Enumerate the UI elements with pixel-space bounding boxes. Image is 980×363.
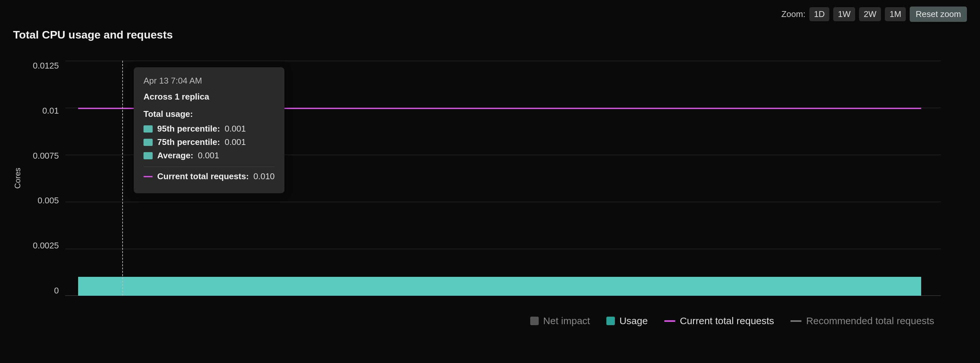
tooltip-row: Current total requests: 0.010 — [143, 171, 275, 182]
zoom-controls: Zoom: 1D 1W 2W 1M Reset zoom — [13, 6, 967, 22]
reset-zoom-button[interactable]: Reset zoom — [910, 6, 967, 22]
gridline — [65, 249, 941, 249]
chart-legend: Net impact Usage Current total requests … — [13, 315, 934, 327]
requests-line-icon — [664, 320, 675, 322]
usage-swatch-icon — [143, 139, 153, 146]
y-axis-ticks: 0.0125 0.01 0.0075 0.005 0.0025 0 — [25, 61, 65, 296]
y-tick: 0.01 — [42, 106, 59, 116]
legend-net-impact[interactable]: Net impact — [530, 315, 590, 327]
y-axis-label: Cores — [13, 168, 22, 189]
zoom-1m-button[interactable]: 1M — [885, 7, 906, 21]
y-tick: 0.0025 — [33, 241, 59, 251]
legend-usage[interactable]: Usage — [606, 315, 648, 327]
usage-area-series — [78, 277, 921, 296]
tooltip-section-label: Total usage: — [143, 109, 275, 119]
tooltip-divider — [143, 166, 275, 167]
chart-title: Total CPU usage and requests — [13, 29, 967, 41]
tooltip-row-label: 75th percentile: — [157, 137, 220, 147]
legend-label: Recommended total requests — [806, 315, 934, 327]
chart-tooltip: Apr 13 7:04 AM Across 1 replica Total us… — [134, 67, 285, 193]
y-tick: 0 — [54, 285, 59, 296]
gridline — [65, 61, 941, 61]
tooltip-heading: Across 1 replica — [143, 92, 275, 102]
tooltip-row-label: Average: — [157, 151, 193, 161]
gridline — [65, 202, 941, 202]
legend-label: Usage — [619, 315, 648, 327]
zoom-2w-button[interactable]: 2W — [859, 7, 881, 21]
usage-swatch-icon — [143, 152, 153, 159]
tooltip-row: 75th percentile: 0.001 — [143, 137, 275, 147]
tooltip-row: 95th percentile: 0.001 — [143, 124, 275, 134]
legend-current-requests[interactable]: Current total requests — [664, 315, 774, 327]
requests-swatch-icon — [143, 176, 153, 177]
zoom-1w-button[interactable]: 1W — [833, 7, 855, 21]
zoom-label: Zoom: — [781, 9, 805, 19]
tooltip-row-value: 0.001 — [198, 151, 219, 161]
hover-crosshair — [122, 61, 123, 296]
tooltip-requests-label: Current total requests: — [157, 171, 249, 182]
y-tick: 0.0075 — [33, 151, 59, 161]
zoom-1d-button[interactable]: 1D — [809, 7, 829, 21]
tooltip-row-value: 0.001 — [224, 124, 246, 134]
tooltip-row-label: 95th percentile: — [157, 124, 220, 134]
net-impact-swatch-icon — [530, 317, 539, 325]
chart-area: Cores 0.0125 0.01 0.0075 0.005 0.0025 0 … — [13, 61, 967, 296]
plot-region[interactable]: Apr 13 7:04 AM Across 1 replica Total us… — [65, 61, 941, 296]
tooltip-row: Average: 0.001 — [143, 151, 275, 161]
legend-label: Net impact — [543, 315, 590, 327]
tooltip-timestamp: Apr 13 7:04 AM — [143, 76, 275, 86]
legend-recommended-requests[interactable]: Recommended total requests — [791, 315, 934, 327]
legend-label: Current total requests — [680, 315, 774, 327]
y-tick: 0.0125 — [33, 61, 59, 71]
tooltip-requests-value: 0.010 — [253, 171, 275, 182]
tooltip-row-value: 0.001 — [224, 137, 246, 147]
usage-swatch-icon — [143, 125, 153, 133]
usage-swatch-icon — [606, 317, 615, 325]
recommended-line-icon — [791, 320, 802, 322]
y-tick: 0.005 — [38, 195, 59, 206]
